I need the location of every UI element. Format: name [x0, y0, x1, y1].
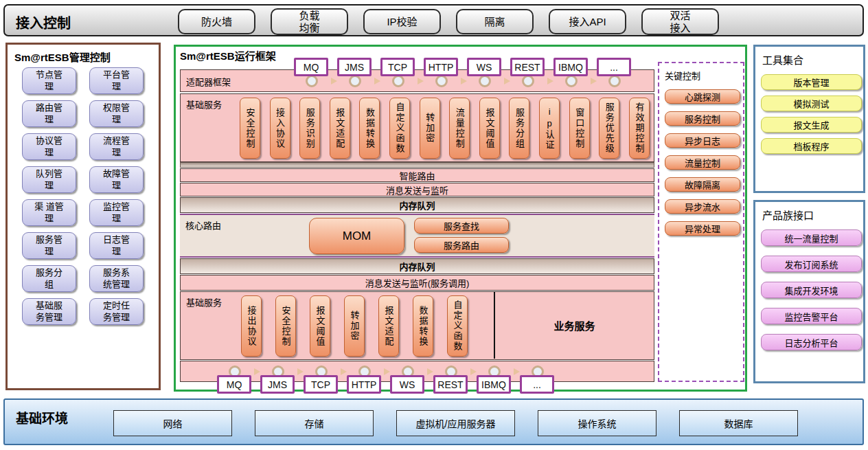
key-control-title: 关键控制 — [665, 69, 700, 82]
management-button[interactable]: 服务管 理 — [22, 232, 76, 259]
management-button[interactable]: 基础服 务管理 — [22, 298, 76, 325]
base-service-button[interactable]: 数据转换 — [359, 98, 380, 159]
management-button[interactable]: 服务分 组 — [22, 265, 76, 292]
base-service-button[interactable]: 服务优先级 — [599, 98, 619, 159]
base-service-button[interactable]: 接入协议 — [270, 98, 290, 159]
access-control-button[interactable]: 防火墙 — [178, 9, 255, 34]
protocol-box[interactable]: TCP — [380, 58, 415, 76]
base-service-button[interactable]: 报文适配 — [330, 98, 350, 159]
base-service-button[interactable]: 有效期控制 — [629, 98, 650, 159]
core-routing-label: 核心路由 — [185, 218, 221, 232]
access-control-button[interactable]: 双活 接入 — [641, 8, 719, 35]
protocol-box[interactable]: MQ — [217, 375, 251, 394]
base-service-button[interactable]: 转加密 — [344, 295, 365, 357]
management-button[interactable]: 日志管 理 — [89, 232, 144, 259]
key-control-button[interactable]: 心跳探测 — [665, 89, 740, 104]
management-button[interactable]: 路由管 理 — [22, 100, 76, 127]
base-service-button[interactable]: ip认证 — [539, 98, 560, 159]
protocol-box[interactable]: ... — [597, 58, 631, 76]
key-control-button[interactable]: 流量控制 — [665, 155, 740, 170]
environment-box[interactable]: 数据库 — [679, 410, 798, 436]
environment-box[interactable]: 网络 — [113, 410, 232, 436]
base-service-button[interactable]: 报文适配 — [378, 295, 399, 357]
product-button[interactable]: 发布订阅系统 — [761, 256, 862, 272]
management-button[interactable]: 故障管 理 — [89, 166, 144, 193]
key-control-button[interactable]: 异常处理 — [665, 221, 740, 236]
protocol-box[interactable]: JMS — [337, 58, 372, 76]
protocol-box[interactable]: IBMQ — [553, 58, 588, 76]
core-routing-lane: 核心路由 MOM 服务查找 服务路由 — [180, 214, 654, 258]
product-family-panel: 产品族接口 统一流量控制发布订阅系统集成开发环境监控告警平台日志分析平台 — [753, 200, 865, 383]
base-service-button[interactable]: 服务识别 — [299, 98, 320, 159]
tools-title: 工具集合 — [762, 52, 803, 67]
base-service-button[interactable]: 服务分组 — [509, 98, 529, 159]
base-service-button[interactable]: 报文阈值 — [479, 98, 500, 159]
management-button[interactable]: 队列管 理 — [22, 166, 76, 193]
access-control-button[interactable]: 隔离 — [456, 9, 534, 34]
management-button[interactable]: 渠 道管 理 — [22, 199, 76, 226]
protocol-box[interactable]: IBMQ — [477, 375, 511, 394]
environment-box[interactable]: 虚拟机/应用服务器 — [396, 410, 515, 436]
base-service-button[interactable]: 安全控制 — [275, 295, 296, 357]
base-service-button[interactable]: 接出协议 — [241, 295, 262, 357]
management-button[interactable]: 服务系 统管理 — [89, 265, 144, 292]
memory-queue-lane-1: 内存队列 — [180, 197, 654, 213]
protocol-box[interactable]: HTTP — [347, 375, 381, 394]
product-button[interactable]: 日志分析平台 — [761, 334, 862, 350]
tools-panel: 工具集合 版本管理模拟测试报文生成档板程序 — [753, 45, 865, 193]
tools-buttons: 版本管理模拟测试报文生成档板程序 — [761, 74, 862, 154]
product-button[interactable]: 统一流量控制 — [761, 229, 862, 246]
base-services-top-label: 基础服务 — [186, 98, 222, 111]
management-button[interactable]: 流程管 理 — [89, 133, 144, 160]
access-control-button[interactable]: 负载 均衡 — [271, 8, 348, 35]
product-button[interactable]: 监控告警平台 — [761, 308, 862, 324]
protocol-box[interactable]: JMS — [260, 375, 295, 394]
base-service-button[interactable]: 自定义函数 — [389, 98, 410, 159]
base-service-button[interactable]: 转加密 — [420, 98, 440, 159]
base-services-top-items: 安全控制接入协议服务识别报文适配数据转换自定义函数转加密流量控制报文阈值服务分组… — [240, 98, 650, 159]
smart-routing-lane: 智能路由 — [180, 168, 654, 182]
protocol-box[interactable]: HTTP — [424, 58, 458, 76]
protocol-box[interactable]: TCP — [304, 375, 338, 394]
protocol-box[interactable]: ... — [520, 375, 554, 394]
protocol-box[interactable]: WS — [390, 375, 424, 394]
management-button[interactable]: 定时任 务管理 — [89, 298, 144, 325]
tool-button[interactable]: 档板程序 — [761, 138, 862, 154]
environment-box[interactable]: 存储 — [255, 410, 374, 436]
base-service-button[interactable]: 自定义函数 — [447, 295, 468, 357]
tool-button[interactable]: 模拟测试 — [761, 95, 862, 111]
base-service-button[interactable]: 数据转换 — [413, 295, 433, 357]
protocol-box[interactable]: WS — [467, 58, 501, 76]
management-button[interactable]: 协议管 理 — [22, 133, 76, 160]
esb-runtime-title: Sm@rtESB运行框架 — [180, 48, 276, 63]
key-control-button[interactable]: 异步日志 — [665, 133, 740, 148]
base-service-button[interactable]: 安全控制 — [240, 98, 260, 159]
memory-queue-lane-2: 内存队列 — [180, 258, 654, 274]
mom-box[interactable]: MOM — [309, 218, 404, 254]
tool-button[interactable]: 报文生成 — [761, 117, 862, 133]
protocol-box[interactable]: MQ — [294, 58, 328, 76]
management-button[interactable]: 平台管 理 — [89, 67, 144, 94]
access-control-button[interactable]: IP校验 — [363, 9, 441, 34]
base-environment-title: 基础环境 — [16, 408, 68, 427]
key-control-button[interactable]: 服务控制 — [665, 111, 740, 126]
base-service-button[interactable]: 窗口控制 — [569, 98, 590, 159]
protocol-box[interactable]: REST — [510, 58, 545, 76]
separator-bar — [180, 162, 654, 168]
product-button[interactable]: 集成开发环境 — [761, 282, 862, 298]
management-button[interactable]: 权限管 理 — [89, 100, 144, 127]
environment-box[interactable]: 操作系统 — [538, 410, 656, 436]
environment-boxes: 网络存储虚拟机/应用服务器操作系统数据库 — [113, 410, 798, 436]
management-button[interactable]: 节点管 理 — [22, 67, 76, 94]
key-control-button[interactable]: 故障隔离 — [665, 177, 740, 192]
base-service-button[interactable]: 报文阈值 — [310, 295, 330, 357]
service-find-button[interactable]: 服务查找 — [414, 218, 509, 234]
management-button[interactable]: 监控管 理 — [89, 199, 144, 226]
access-control-button[interactable]: 接入API — [549, 9, 626, 34]
tool-button[interactable]: 版本管理 — [761, 74, 862, 90]
adapter-framework-label: 适配器框架 — [186, 74, 231, 87]
protocol-box[interactable]: REST — [433, 375, 468, 394]
key-control-button[interactable]: 异步流水 — [665, 199, 740, 214]
base-service-button[interactable]: 流量控制 — [449, 98, 470, 159]
service-route-button[interactable]: 服务路由 — [414, 237, 509, 253]
